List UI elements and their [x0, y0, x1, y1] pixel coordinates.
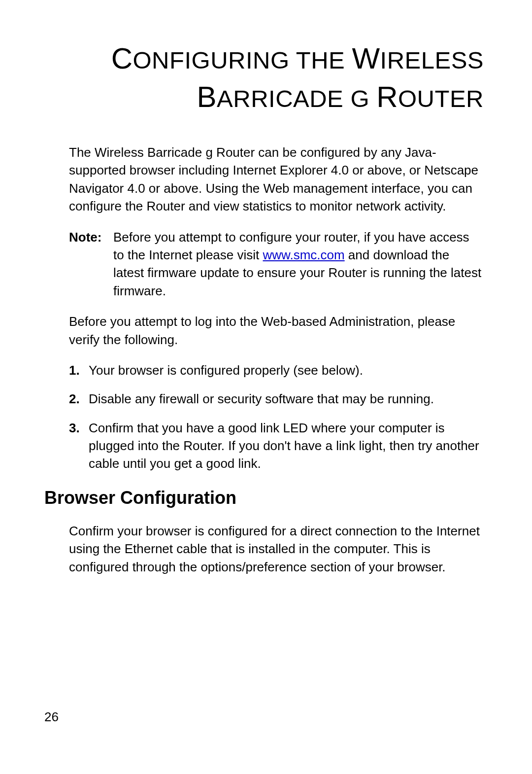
steps-list: 1. Your browser is configured properly (…: [69, 361, 483, 473]
note-body: Before you attempt to configure your rou…: [113, 228, 483, 300]
pre-list-paragraph: Before you attempt to log into the Web-b…: [69, 313, 483, 349]
list-item: 1. Your browser is configured properly (…: [69, 361, 483, 379]
list-text: Disable any firewall or security softwar…: [89, 390, 483, 408]
page-number: 26: [44, 709, 59, 725]
list-item: 3. Confirm that you have a good link LED…: [69, 419, 483, 473]
note-block: Note: Before you attempt to configure yo…: [69, 228, 483, 300]
list-number: 1.: [69, 361, 89, 379]
page-title: CONFIGURING THE WIRELESS BARRICADE G ROU…: [44, 39, 488, 116]
list-text: Confirm that you have a good link LED wh…: [89, 419, 483, 473]
list-number: 3.: [69, 419, 89, 473]
list-text: Your browser is configured properly (see…: [89, 361, 483, 379]
note-label: Note:: [69, 228, 113, 300]
list-item: 2. Disable any firewall or security soft…: [69, 390, 483, 408]
intro-paragraph: The Wireless Barricade g Router can be c…: [69, 143, 483, 215]
firmware-link[interactable]: www.smc.com: [263, 247, 345, 262]
list-number: 2.: [69, 390, 89, 408]
section-heading: Browser Configuration: [44, 488, 488, 508]
section-body: Confirm your browser is configured for a…: [69, 522, 483, 576]
